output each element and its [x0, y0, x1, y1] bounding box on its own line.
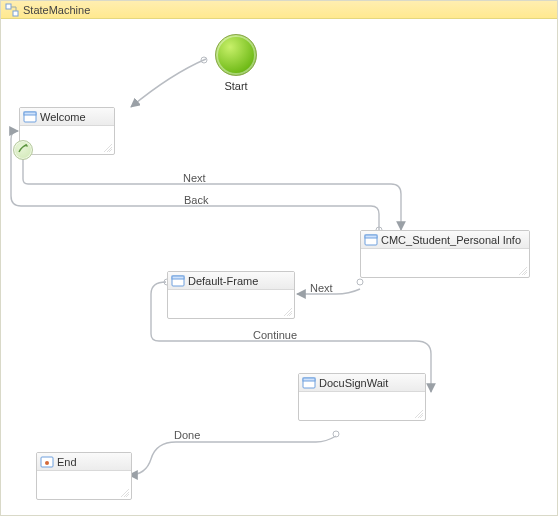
svg-rect-11 [365, 235, 377, 238]
state-icon [302, 376, 316, 390]
state-welcome[interactable]: Welcome [19, 107, 115, 155]
state-machine-designer: StateMachine [0, 0, 558, 516]
edge-label-next2[interactable]: Next [310, 282, 333, 294]
edge-label-continue[interactable]: Continue [253, 329, 297, 341]
title-text: StateMachine [23, 4, 90, 16]
edge-label-done[interactable]: Done [174, 429, 200, 441]
state-label: Welcome [40, 111, 86, 123]
resize-grip-icon[interactable] [519, 267, 527, 275]
state-machine-icon [5, 3, 19, 17]
state-docusign-wait[interactable]: DocuSignWait [298, 373, 426, 421]
start-icon [215, 34, 257, 76]
svg-point-7 [333, 431, 339, 437]
state-label: DocuSignWait [319, 377, 388, 389]
svg-rect-13 [172, 276, 184, 279]
state-default-frame[interactable]: Default-Frame [167, 271, 295, 319]
state-icon [364, 233, 378, 247]
state-icon [23, 110, 37, 124]
edge-label-next[interactable]: Next [183, 172, 206, 184]
svg-point-5 [357, 279, 363, 285]
svg-rect-15 [303, 378, 315, 381]
titlebar: StateMachine [1, 1, 557, 19]
start-label: Start [206, 80, 266, 92]
final-state-icon [40, 455, 54, 469]
state-label: CMC_Student_Personal Info [381, 234, 521, 246]
state-label: Default-Frame [188, 275, 258, 287]
design-canvas[interactable]: Start Welcome CMC_Student_Personal Info [1, 19, 557, 516]
edge-label-back[interactable]: Back [184, 194, 208, 206]
state-label: End [57, 456, 77, 468]
svg-rect-0 [6, 4, 11, 9]
state-cmc-student-personal-info[interactable]: CMC_Student_Personal Info [360, 230, 530, 278]
state-end[interactable]: End [36, 452, 132, 500]
svg-point-17 [45, 461, 49, 465]
bookmark-icon[interactable] [13, 140, 33, 160]
svg-rect-9 [24, 112, 36, 115]
resize-grip-icon[interactable] [284, 308, 292, 316]
start-node[interactable]: Start [206, 34, 266, 92]
resize-grip-icon[interactable] [415, 410, 423, 418]
state-icon [171, 274, 185, 288]
svg-rect-1 [13, 11, 18, 16]
resize-grip-icon[interactable] [104, 144, 112, 152]
resize-grip-icon[interactable] [121, 489, 129, 497]
